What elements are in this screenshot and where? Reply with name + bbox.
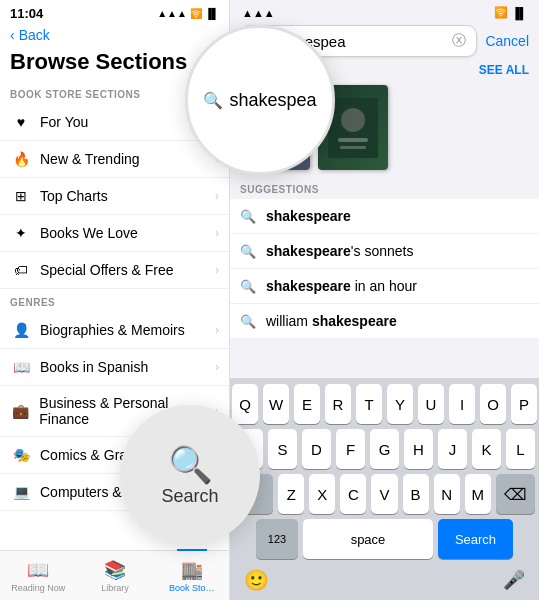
chevron-right-icon: › [215, 263, 219, 277]
back-button[interactable]: ‹ Back [0, 23, 229, 47]
keyboard-row-1: Q W E R T Y U I O P [234, 384, 535, 424]
suggestion-item-4[interactable]: 🔍 william shakespeare [230, 304, 539, 339]
key-u[interactable]: U [418, 384, 444, 424]
keyboard-bottom-bar: 🙂 🎤 [234, 564, 535, 596]
search-key[interactable]: Search [438, 519, 513, 559]
microphone-button[interactable]: 🎤 [503, 569, 525, 591]
search-suggestion-icon: 🔍 [240, 209, 256, 224]
menu-item-books-we-love[interactable]: ✦ Books We Love › [0, 215, 229, 252]
clear-button[interactable]: ⓧ [452, 32, 466, 50]
wifi-icon: 🛜 [190, 8, 202, 19]
genres-header: GENRES [0, 289, 229, 312]
emoji-button[interactable]: 🙂 [244, 568, 269, 592]
key-y[interactable]: Y [387, 384, 413, 424]
battery-icon: ▐▌ [205, 8, 219, 19]
signal-right-icon: ▲▲▲ [242, 7, 275, 19]
library-icon: 📚 [104, 559, 126, 581]
keyboard-row-4: 123 space Search [234, 519, 535, 559]
tab-book-store-label: Book Sto… [169, 583, 215, 593]
see-all-button[interactable]: SEE ALL [479, 63, 529, 77]
heart-icon: ♥ [12, 113, 30, 131]
key-n[interactable]: N [434, 474, 460, 514]
cancel-button[interactable]: Cancel [485, 33, 529, 49]
tab-bar: 📖 Reading Now 📚 Library 🏬 Book Sto… [0, 550, 230, 600]
menu-label-biographies: Biographies & Memoirs [40, 322, 185, 338]
battery-right-icon: ▐▌ [511, 7, 527, 19]
key-i[interactable]: I [449, 384, 475, 424]
key-m[interactable]: M [465, 474, 491, 514]
menu-label-for-you: For You [40, 114, 88, 130]
space-key[interactable]: space [303, 519, 433, 559]
key-g[interactable]: G [370, 429, 399, 469]
key-p[interactable]: P [511, 384, 537, 424]
menu-item-special-offers[interactable]: 🏷 Special Offers & Free › [0, 252, 229, 289]
computer-icon: 💻 [12, 483, 30, 501]
key-h[interactable]: H [404, 429, 433, 469]
svg-rect-6 [338, 138, 368, 142]
suggestion-text-3: shakespeare in an hour [266, 278, 417, 294]
key-s[interactable]: S [268, 429, 297, 469]
key-j[interactable]: J [438, 429, 467, 469]
key-w[interactable]: W [263, 384, 289, 424]
suggestion-item-2[interactable]: 🔍 shakespeare's sonnets [230, 234, 539, 269]
magnifier-text: shakespea [229, 90, 316, 111]
suggestion-text-1: shakespeare [266, 208, 351, 224]
search-circle[interactable]: 🔍 Search [120, 405, 260, 545]
book-store-icon: 🏬 [181, 559, 203, 581]
suggestions-header: SUGGESTIONS [230, 176, 539, 199]
status-bar-right: ▲▲▲ 🛜 ▐▌ [230, 0, 539, 21]
suggestion-text-2: shakespeare's sonnets [266, 243, 413, 259]
circle-search-icon: 🔍 [168, 444, 213, 486]
chevron-right-icon: › [215, 360, 219, 374]
fire-icon: 🔥 [12, 150, 30, 168]
magnifier-circle: 🔍 shakespea [185, 25, 335, 175]
svg-rect-7 [340, 146, 366, 149]
key-q[interactable]: Q [232, 384, 258, 424]
key-t[interactable]: T [356, 384, 382, 424]
delete-key[interactable]: ⌫ [496, 474, 535, 514]
menu-item-top-charts[interactable]: ⊞ Top Charts › [0, 178, 229, 215]
key-r[interactable]: R [325, 384, 351, 424]
keyboard: Q W E R T Y U I O P A S D F G H J K L ⇧ … [230, 378, 539, 600]
tab-library-label: Library [101, 583, 129, 593]
menu-label-top-charts: Top Charts [40, 188, 108, 204]
tab-library[interactable]: 📚 Library [77, 559, 154, 593]
tab-reading-now-label: Reading Now [11, 583, 65, 593]
search-suggestion-icon: 🔍 [240, 244, 256, 259]
book-icon: 📖 [12, 358, 30, 376]
key-o[interactable]: O [480, 384, 506, 424]
tab-book-store[interactable]: 🏬 Book Sto… [153, 559, 230, 593]
menu-label-books-we-love: Books We Love [40, 225, 138, 241]
signal-icon: ▲▲▲ [157, 8, 187, 19]
chevron-right-icon: › [215, 226, 219, 240]
suggestion-item-3[interactable]: 🔍 shakespeare in an hour [230, 269, 539, 304]
suggestion-item-1[interactable]: 🔍 shakespeare [230, 199, 539, 234]
key-d[interactable]: D [302, 429, 331, 469]
key-k[interactable]: K [472, 429, 501, 469]
key-l[interactable]: L [506, 429, 535, 469]
chevron-left-icon: ‹ [10, 27, 15, 43]
key-v[interactable]: V [371, 474, 397, 514]
key-f[interactable]: F [336, 429, 365, 469]
menu-item-books-spanish[interactable]: 📖 Books in Spanish › [0, 349, 229, 386]
num-key[interactable]: 123 [256, 519, 298, 559]
chevron-right-icon: › [215, 323, 219, 337]
status-time: 11:04 [10, 6, 43, 21]
chevron-right-icon: › [215, 189, 219, 203]
key-c[interactable]: C [340, 474, 366, 514]
key-z[interactable]: Z [278, 474, 304, 514]
menu-item-new-trending[interactable]: 🔥 New & Trending › [0, 141, 229, 178]
key-x[interactable]: X [309, 474, 335, 514]
key-e[interactable]: E [294, 384, 320, 424]
search-suggestion-icon: 🔍 [240, 279, 256, 294]
suggestion-text-4: william shakespeare [266, 313, 397, 329]
key-b[interactable]: B [403, 474, 429, 514]
person-icon: 👤 [12, 321, 30, 339]
tab-reading-now[interactable]: 📖 Reading Now [0, 559, 77, 593]
keyboard-row-3: ⇧ Z X C V B N M ⌫ [234, 474, 535, 514]
briefcase-icon: 💼 [12, 402, 29, 420]
menu-label-books-spanish: Books in Spanish [40, 359, 148, 375]
status-bar: 11:04 ▲▲▲ 🛜 ▐▌ [0, 0, 229, 23]
menu-item-biographies[interactable]: 👤 Biographies & Memoirs › [0, 312, 229, 349]
svg-point-5 [341, 108, 365, 132]
